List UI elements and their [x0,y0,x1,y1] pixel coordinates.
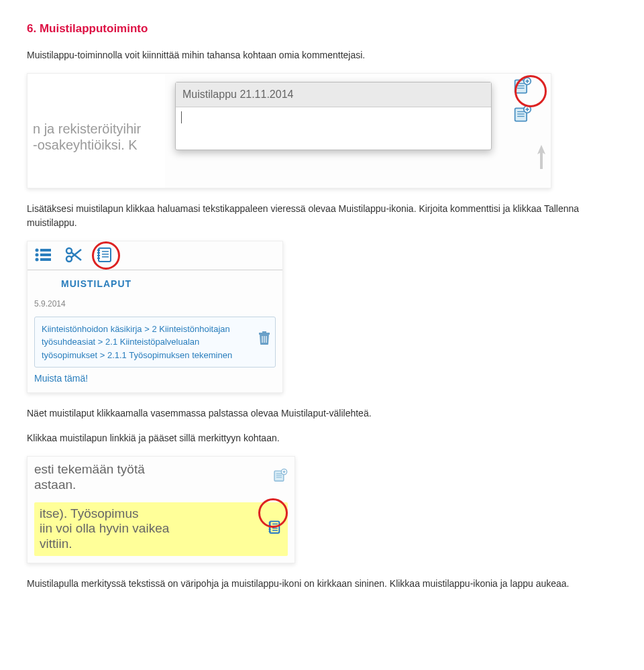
article-text: esti tekemään työtä astaan. [34,462,266,493]
note-date: 5.9.2014 [28,292,282,315]
text-line: iin voi olla hyvin vaikea [40,521,261,537]
text-line: astaan. [34,478,266,493]
intro-paragraph: Muistilappu-toiminnolla voit kiinnittää … [27,48,617,62]
screenshot-add-note: n ja rekisteröityihir -osakeyhtiöiksi. K… [27,73,551,188]
text-row-highlighted: itse). Työsopimus iin voi olla hyvin vai… [34,502,288,556]
add-note-icon[interactable] [513,76,533,93]
svg-rect-31 [262,331,266,333]
note-panel-header: Muistilappu 21.11.2014 [176,82,491,107]
svg-rect-18 [40,254,51,256]
note-preview-text: Muista tämä! [28,369,282,386]
screenshot-notes-tab: MUISTILAPUT 5.9.2014 Kiinteistönhoidon k… [27,241,283,394]
note-panel: Muistilappu 21.11.2014 [175,82,492,150]
add-note-icon[interactable] [273,468,288,487]
note-textarea[interactable] [176,107,491,156]
svg-rect-42 [270,521,279,533]
trash-icon[interactable] [258,331,271,349]
instruction-paragraph: Näet muistilaput klikkaamalla vasemmassa… [27,406,617,421]
text-row-plain: esti tekemään työtä astaan. [34,462,288,493]
add-note-icon[interactable] [513,105,533,121]
toc-tab-icon[interactable] [34,247,53,267]
svg-rect-25 [99,248,111,262]
section-heading: 6. Muistilapputoiminto [27,20,617,38]
text-line: vittiin. [40,537,261,552]
svg-point-17 [36,253,39,256]
svg-point-15 [36,248,39,252]
note-path-text: Kiinteistönhoidon käsikirja > 2 Kiinteis… [42,324,232,360]
note-link[interactable]: Kiinteistönhoidon käsikirja > 2 Kiinteis… [34,317,276,368]
margin-icons [513,76,543,133]
screenshot-highlighted-text: esti tekemään työtä astaan. itse). Työso… [27,456,295,563]
tab-toolbar [28,241,282,270]
notes-heading: MUISTILAPUT [28,270,282,292]
scroll-hint-icon [535,144,548,170]
svg-point-19 [36,258,39,261]
instruction-paragraph: Lisätäksesi muistilapun klikkaa haluamas… [27,202,617,230]
text-line: esti tekemään työtä [34,462,266,478]
note-icon[interactable] [268,520,282,539]
background-article-text: n ja rekisteröityihir -osakeyhtiöiksi. K [28,74,165,188]
svg-rect-16 [40,249,51,252]
text-line: itse). Työsopimus [40,506,261,522]
article-text-highlighted: itse). Työsopimus iin voi olla hyvin vai… [40,506,261,552]
bg-text-line: -osakeyhtiöiksi. K [33,137,165,153]
svg-rect-20 [40,258,51,261]
instruction-paragraph: Klikkaa muistilapun linkkiä ja pääset si… [27,431,617,445]
instruction-paragraph: Muistilapulla merkityssä tekstissä on vä… [27,577,617,591]
scissors-tab-icon[interactable] [65,247,84,267]
notes-tab-icon[interactable] [96,247,115,267]
note-panel-title: Muistilappu 21.11.2014 [182,89,293,100]
bg-text-line: n ja rekisteröityihir [33,121,165,137]
